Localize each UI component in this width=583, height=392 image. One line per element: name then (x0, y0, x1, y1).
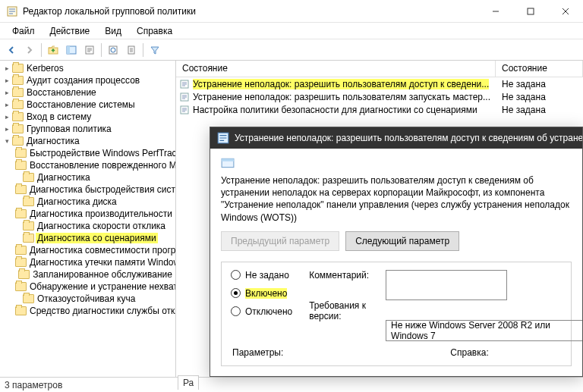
tree-toggle-icon[interactable]: ▸ (3, 89, 11, 96)
tree-toggle-icon[interactable]: ▸ (3, 77, 11, 84)
tree-toggle-icon[interactable]: ▸ (3, 125, 11, 133)
tree-item-label: Вход в систему (25, 111, 93, 122)
tree-item-label: Аудит создания процессов (25, 75, 141, 86)
tree-item[interactable]: Диагностика со сценариями (0, 232, 175, 244)
separator (41, 43, 42, 57)
list-header-col1[interactable]: Состояние (176, 61, 496, 77)
folder-icon (15, 161, 27, 170)
radio-disabled[interactable]: Отключено (231, 306, 292, 317)
refresh-button[interactable] (105, 42, 121, 58)
tree-item[interactable]: ▸Восстановление (0, 86, 175, 99)
tree-item[interactable]: Диагностика быстродействия системы (0, 183, 175, 196)
forward-button[interactable] (21, 42, 38, 58)
policy-icon (216, 131, 230, 145)
menu-help[interactable]: Справка (129, 24, 180, 38)
folder-icon (15, 185, 27, 194)
folder-icon (23, 294, 34, 303)
folder-icon (12, 124, 24, 133)
dialog-title: Устранение неполадок: разрешить пользова… (235, 133, 582, 143)
radio-not-configured[interactable]: Не задано (231, 270, 292, 281)
filter-button[interactable] (147, 42, 163, 58)
close-button[interactable] (548, 0, 583, 23)
folder-icon (15, 282, 27, 291)
tree-item[interactable]: Диагностика скорости отклика (0, 220, 175, 232)
dialog-titlebar[interactable]: Устранение неполадок: разрешить пользова… (210, 127, 582, 149)
list-header-col2[interactable]: Состояние (496, 61, 583, 77)
tree-item[interactable]: ▾Диагностика (0, 135, 175, 147)
separator (101, 43, 102, 57)
minimize-button[interactable] (478, 0, 513, 23)
tree-item[interactable]: Отказоустойчивая куча (0, 293, 175, 305)
tree-item[interactable]: ▸Kerberos (0, 62, 175, 74)
folder-icon (12, 112, 24, 121)
tree-item[interactable]: ▸Аудит создания процессов (0, 74, 175, 86)
tree-item[interactable]: Диагностика утечки памяти Windows (0, 256, 175, 268)
folder-icon (12, 88, 24, 97)
menu-action[interactable]: Действие (43, 24, 98, 38)
menu-view[interactable]: Вид (97, 24, 129, 38)
list-row-state: Не задана (496, 79, 583, 89)
show-hide-tree-button[interactable] (63, 42, 80, 58)
folder-icon (12, 76, 24, 85)
tree-item[interactable]: Диагностика диска (0, 196, 175, 208)
back-button[interactable] (3, 42, 20, 58)
tree-item[interactable]: ▸Групповая политика (0, 123, 175, 135)
export-button[interactable] (123, 42, 140, 58)
properties-button[interactable] (81, 42, 98, 58)
folder-icon (12, 64, 24, 73)
tree-item[interactable]: Запланированное обслуживание (0, 268, 175, 281)
comment-field[interactable] (386, 270, 507, 300)
folder-icon (18, 270, 30, 279)
tree-toggle-icon[interactable]: ▸ (3, 64, 11, 72)
radio-icon (231, 288, 241, 298)
requirements-label: Требования к версии: (309, 300, 369, 321)
requirements-value: Не ниже Windows Server 2008 R2 или Windo… (386, 320, 582, 341)
radio-enabled[interactable]: Включено (231, 288, 292, 299)
folder-icon (15, 246, 27, 255)
tree-item[interactable]: Быстродействие Windows PerfTrack (0, 147, 175, 159)
policy-item-icon (179, 79, 190, 89)
background-tab[interactable]: Ра (178, 375, 199, 390)
list-row-text: Устранение неполадок: разрешить пользова… (193, 79, 489, 89)
tree-item-label: Восстановление системы (25, 99, 137, 110)
svg-rect-1 (528, 8, 534, 14)
tree-item[interactable]: Диагностика совместимости программ (0, 244, 175, 256)
next-param-button[interactable]: Следующий параметр (345, 231, 459, 251)
maximize-button[interactable] (513, 0, 548, 23)
tree-item-label: Обнаружение и устранение нехватки ресурс… (28, 281, 176, 292)
list-row-state: Не задана (496, 92, 583, 102)
list-row[interactable]: Настройка политики безопасности для диаг… (176, 103, 583, 116)
tree-item[interactable]: Обнаружение и устранение нехватки ресурс… (0, 281, 175, 293)
list-header: Состояние Состояние (176, 61, 583, 77)
tree-pane[interactable]: ▸Kerberos▸Аудит создания процессов▸Восст… (0, 61, 176, 377)
dialog-description: Устранение неполадок: разрешить пользова… (221, 174, 572, 224)
params-label: Параметры: (232, 347, 283, 358)
tree-item[interactable]: Диагностика (0, 171, 175, 183)
status-text: 3 параметров (5, 380, 62, 390)
app-icon (6, 5, 18, 17)
menu-file[interactable]: Файл (5, 24, 43, 38)
tree-item-label: Диагностика утечки памяти Windows (28, 257, 176, 268)
tree-item[interactable]: Средство диагностики службы отклика (0, 305, 175, 317)
list-row[interactable]: Устранение неполадок: разрешить пользова… (176, 77, 583, 90)
separator (143, 43, 143, 57)
list-row[interactable]: Устранение неполадок: разрешить пользова… (176, 90, 583, 103)
tree-item[interactable]: ▸Вход в систему (0, 111, 175, 123)
tree-item[interactable]: ▸Восстановление системы (0, 99, 175, 111)
dialog-options-group: Не задано Включено Отключено Комментарий… (221, 262, 572, 366)
folder-icon (15, 209, 27, 218)
tree-toggle-icon[interactable]: ▸ (3, 113, 11, 121)
folder-up-button[interactable] (45, 42, 61, 58)
tree-item[interactable]: Диагностика производительности (0, 208, 175, 220)
radio-icon (231, 270, 241, 280)
tree-toggle-icon[interactable]: ▸ (3, 101, 11, 108)
folder-icon (12, 100, 24, 109)
tree-item[interactable]: Восстановление поврежденного MSI (0, 159, 175, 171)
tree-item-label: Диагностика диска (36, 196, 118, 207)
tree-toggle-icon[interactable]: ▾ (3, 137, 11, 145)
folder-icon (23, 173, 34, 182)
tree-item-label: Диагностика быстродействия системы (28, 184, 176, 195)
tree-item-label: Запланированное обслуживание (31, 269, 174, 280)
titlebar: Редактор локальной групповой политики (0, 0, 583, 23)
tree-item-label: Восстановление поврежденного MSI (28, 160, 176, 171)
